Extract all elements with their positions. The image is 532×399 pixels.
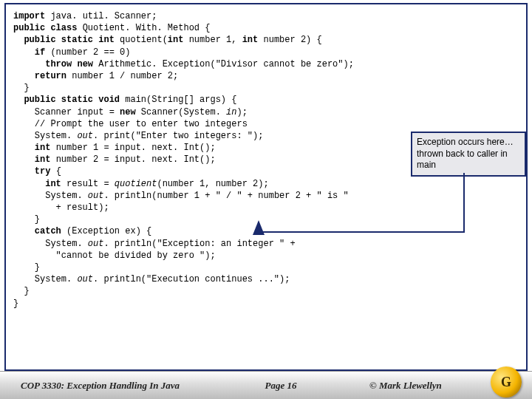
annotation-text: Exception occurs here… thrown back to ca… — [417, 137, 514, 170]
annotation-callout: Exception occurs here… thrown back to ca… — [411, 132, 526, 177]
logo-letter: G — [501, 375, 511, 390]
slide-footer: COP 3330: Exception Handling In Java Pag… — [0, 371, 532, 399]
footer-page: Page 16 — [222, 380, 340, 392]
code-frame: import java. util. Scanner;public class … — [4, 3, 528, 371]
ucf-logo: G — [491, 366, 522, 398]
footer-course: COP 3330: Exception Handling In Java — [0, 380, 222, 392]
